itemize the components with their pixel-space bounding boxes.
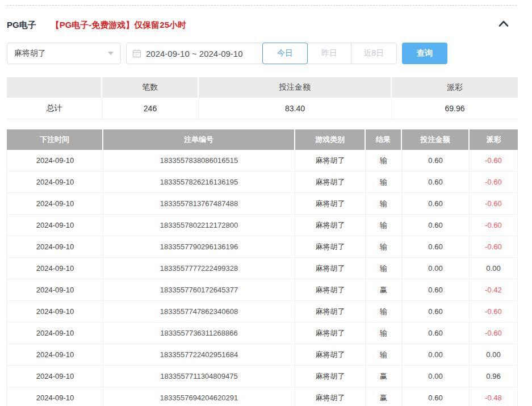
cell-order-no: 1833557838086016515: [103, 150, 295, 171]
cell-payout: -0.60: [470, 171, 518, 193]
cell-result: 输: [366, 215, 402, 236]
date-range-input[interactable]: 2024-09-10 ~ 2024-09-10: [126, 43, 264, 64]
cell-bet-time: 2024-09-10: [7, 323, 103, 344]
cell-order-no: 1833557826216136195: [103, 171, 295, 193]
cell-payout: -0.60: [470, 193, 518, 215]
summary-total-payout: 69.96: [392, 98, 518, 119]
table-row: 2024-09-10 1833557711304809475 麻将胡了 赢 0.…: [7, 366, 518, 387]
cell-bet-amount: 0.60: [402, 171, 470, 193]
cell-order-no: 1833557802212172800: [103, 215, 295, 236]
cell-bet-amount: 0.60: [402, 279, 470, 301]
cell-bet-time: 2024-09-10: [7, 258, 103, 279]
search-button[interactable]: 查询: [402, 43, 447, 64]
top-dashed-divider: [7, 5, 517, 6]
cell-bet-time: 2024-09-10: [7, 387, 103, 406]
cell-payout: 0.00: [470, 344, 518, 366]
cell-bet-time: 2024-09-10: [7, 171, 103, 193]
cell-result: 输: [366, 258, 402, 279]
records-header-result: 结果: [366, 129, 402, 150]
cell-order-no: 1833557813767487488: [103, 193, 295, 215]
cell-game-type: 麻将胡了: [295, 258, 366, 279]
cell-game-type: 麻将胡了: [295, 366, 366, 387]
panel-notice: 【PG电子-免费游戏】仅保留25小时: [51, 20, 186, 31]
cell-bet-time: 2024-09-10: [7, 301, 103, 323]
records-header-bet-time: 下注时间: [7, 129, 103, 150]
panel-title: PG电子: [7, 20, 36, 31]
date-range-value: 2024-09-10 ~ 2024-09-10: [146, 49, 243, 58]
cell-game-type: 麻将胡了: [295, 236, 366, 258]
cell-order-no: 1833557694204620291: [103, 387, 295, 406]
cell-result: 输: [366, 150, 402, 171]
cell-bet-time: 2024-09-10: [7, 366, 103, 387]
cell-bet-amount: 0.60: [402, 193, 470, 215]
cell-bet-time: 2024-09-10: [7, 236, 103, 258]
cell-payout: 0.96: [470, 366, 518, 387]
table-row: 2024-09-10 1833557802212172800 麻将胡了 输 0.…: [7, 215, 518, 236]
panel-header: PG电子 【PG电子-免费游戏】仅保留25小时: [7, 18, 511, 32]
cell-bet-amount: 0.60: [402, 150, 470, 171]
cell-game-type: 麻将胡了: [295, 193, 366, 215]
records-header-row: 下注时间 注单编号 游戏类别 结果 投注金额 派彩: [7, 129, 518, 150]
cell-result: 赢: [366, 366, 402, 387]
cell-bet-amount: 0.00: [402, 344, 470, 366]
cell-bet-amount: 0.60: [402, 387, 470, 406]
summary-header-bet-amount: 投注金额: [199, 77, 392, 98]
cell-bet-time: 2024-09-10: [7, 279, 103, 301]
summary-total-count: 246: [102, 98, 199, 119]
quick-button-yesterday[interactable]: 昨日: [307, 43, 351, 64]
table-row: 2024-09-10 1833557760172645377 麻将胡了 赢 0.…: [7, 279, 518, 301]
records-table: 下注时间 注单编号 游戏类别 结果 投注金额 派彩 2024-09-10 183…: [7, 129, 518, 406]
cell-payout: -0.60: [470, 301, 518, 323]
cell-game-type: 麻将胡了: [295, 279, 366, 301]
quick-date-button-group: 今日 昨日 近8日: [262, 43, 397, 64]
cell-payout: -0.60: [470, 150, 518, 171]
quick-button-today[interactable]: 今日: [262, 43, 308, 64]
cell-game-type: 麻将胡了: [295, 387, 366, 406]
summary-total-bet-amount: 83.40: [199, 98, 392, 119]
table-row: 2024-09-10 1833557777222499328 麻将胡了 输 0.…: [7, 258, 518, 279]
summary-header-empty: [7, 77, 102, 98]
quick-button-last8days[interactable]: 近8日: [351, 43, 397, 64]
cell-payout: -0.48: [470, 387, 518, 406]
cell-game-type: 麻将胡了: [295, 171, 366, 193]
cell-bet-amount: 0.60: [402, 215, 470, 236]
cell-order-no: 1833557736311268866: [103, 323, 295, 344]
cell-result: 输: [366, 171, 402, 193]
collapse-panel-button[interactable]: [494, 16, 513, 31]
table-row: 2024-09-10 1833557790296136196 麻将胡了 输 0.…: [7, 236, 518, 258]
cell-game-type: 麻将胡了: [295, 344, 366, 366]
records-header-game-type: 游戏类别: [295, 129, 366, 150]
cell-order-no: 1833557777222499328: [103, 258, 295, 279]
game-select[interactable]: 麻将胡了: [7, 43, 121, 64]
cell-bet-amount: 0.60: [402, 301, 470, 323]
cell-game-type: 麻将胡了: [295, 301, 366, 323]
summary-total-row: 总计 246 83.40 69.96: [7, 98, 518, 119]
table-row: 2024-09-10 1833557813767487488 麻将胡了 输 0.…: [7, 193, 518, 215]
cell-payout: -0.60: [470, 323, 518, 344]
records-header-payout: 派彩: [470, 129, 518, 150]
filter-bar: 麻将胡了 2024-09-10 ~ 2024-09-10 今日 昨日 近8日: [7, 43, 518, 64]
cell-bet-time: 2024-09-10: [7, 193, 103, 215]
summary-total-label: 总计: [7, 98, 102, 119]
cell-payout: -0.60: [470, 215, 518, 236]
calendar-icon: [132, 49, 141, 58]
cell-result: 输: [366, 323, 402, 344]
cell-bet-time: 2024-09-10: [7, 150, 103, 171]
cell-order-no: 1833557790296136196: [103, 236, 295, 258]
cell-bet-amount: 0.00: [402, 258, 470, 279]
summary-header-payout: 派彩: [392, 77, 518, 98]
table-row: 2024-09-10 1833557747862340608 麻将胡了 输 0.…: [7, 301, 518, 323]
cell-payout: -0.60: [470, 236, 518, 258]
summary-header-count: 笔数: [102, 77, 199, 98]
records-header-bet-amount: 投注金额: [402, 129, 470, 150]
cell-result: 赢: [366, 387, 402, 406]
cell-order-no: 1833557711304809475: [103, 366, 295, 387]
cell-order-no: 1833557722402951684: [103, 344, 295, 366]
cell-payout: 0.00: [470, 258, 518, 279]
records-header-order-no: 注单编号: [103, 129, 295, 150]
cell-result: 输: [366, 236, 402, 258]
cell-result: 输: [366, 193, 402, 215]
table-row: 2024-09-10 1833557826216136195 麻将胡了 输 0.…: [7, 171, 518, 193]
game-select-value: 麻将胡了: [14, 48, 104, 58]
cell-bet-time: 2024-09-10: [7, 215, 103, 236]
